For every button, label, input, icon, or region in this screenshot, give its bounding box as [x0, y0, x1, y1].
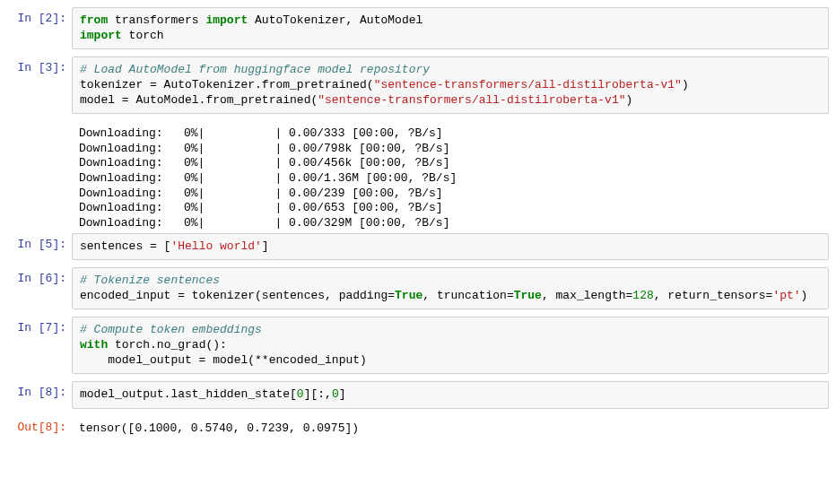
code-input[interactable]: sentences = ['Hello world']	[72, 233, 829, 261]
output-area: tensor([0.1000, 0.5740, 0.7239, 0.0975])	[72, 416, 829, 442]
code-token: 'Hello world'	[170, 239, 261, 253]
code-token: "sentence-transformers/all-distilroberta…	[374, 78, 682, 91]
code-token: 128	[632, 289, 653, 302]
code-token: 'pt'	[772, 289, 800, 302]
input-prompt: In [6]:	[7, 267, 72, 309]
code-cell: In [8]:model_output.last_hidden_state[0]…	[7, 381, 829, 409]
code-input[interactable]: # Compute token embeddings with torch.no…	[72, 317, 829, 374]
code-cell: In [2]:from transformers import AutoToke…	[7, 7, 829, 49]
code-token: 0	[297, 387, 304, 401]
input-prompt: In [7]:	[7, 317, 72, 374]
input-prompt: In [3]:	[7, 56, 72, 114]
code-token: # Compute token embeddings	[80, 323, 262, 336]
code-cell: In [6]:# Tokenize sentences encoded_inpu…	[7, 267, 829, 309]
code-token: "sentence-transformers/all-distilroberta…	[318, 93, 625, 107]
output-cell: Out[8]:tensor([0.1000, 0.5740, 0.7239, 0…	[7, 416, 829, 442]
stdout: Downloading: 0%| | 0.00/333 [00:00, ?B/s…	[72, 121, 829, 232]
code-token: from	[80, 13, 108, 27]
code-token: import	[80, 29, 122, 42]
input-prompt: In [2]:	[7, 7, 72, 49]
output-prompt: Out[8]:	[7, 416, 72, 442]
code-token: True	[514, 289, 542, 302]
code-token: with	[80, 338, 108, 352]
input-prompt: In [8]:	[7, 381, 72, 409]
code-cell: In [3]:# Load AutoModel from huggingface…	[7, 56, 829, 114]
jupyter-notebook: In [2]:from transformers import AutoToke…	[7, 7, 829, 442]
code-token: # Load AutoModel from huggingface model …	[80, 63, 430, 76]
code-token: import	[205, 13, 248, 27]
input-prompt: In [5]:	[7, 233, 72, 261]
code-token: 0	[332, 387, 339, 401]
code-token: True	[395, 289, 422, 302]
code-input[interactable]: # Tokenize sentences encoded_input = tok…	[72, 267, 829, 309]
code-input[interactable]: # Load AutoModel from huggingface model …	[72, 56, 829, 114]
code-cell: In [5]:sentences = ['Hello world']	[7, 233, 829, 261]
code-input[interactable]: from transformers import AutoTokenizer, …	[72, 7, 829, 49]
code-cell: In [7]:# Compute token embeddings with t…	[7, 317, 829, 374]
code-token: # Tokenize sentences	[80, 274, 220, 287]
code-input[interactable]: model_output.last_hidden_state[0][:,0]	[72, 381, 829, 409]
